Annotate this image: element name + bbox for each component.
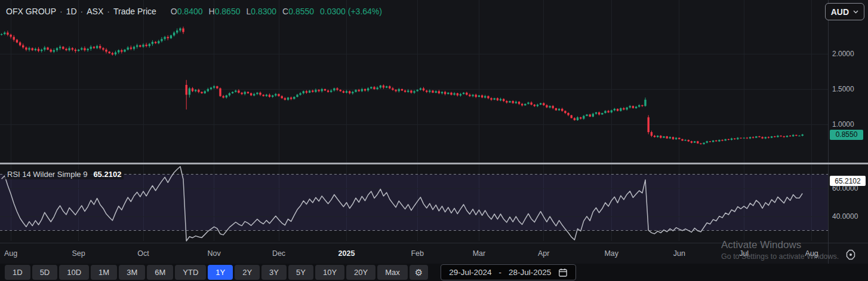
range-1d-button[interactable]: 1D — [5, 265, 30, 280]
high-value: 0.8650 — [215, 7, 241, 16]
time-axis-label: Apr — [531, 249, 557, 258]
exchange-label: ASX — [87, 7, 103, 16]
close-label: C — [282, 7, 288, 16]
indicator-title[interactable]: RSI 14 Wilder Simple 965.2102 — [5, 169, 124, 179]
range-10d-button[interactable]: 10D — [59, 265, 89, 280]
range-3m-button[interactable]: 3M — [119, 265, 145, 280]
price-axis-border — [828, 0, 829, 264]
range-10y-button[interactable]: 10Y — [315, 265, 344, 280]
time-axis-label: 2025 — [334, 249, 360, 258]
range-20y-button[interactable]: 20Y — [346, 265, 375, 280]
symbol-title[interactable]: OFX GROUP — [6, 7, 56, 16]
series-type-label: Trade Price — [113, 7, 156, 16]
calendar-icon — [558, 268, 568, 277]
range-3y-button[interactable]: 3Y — [261, 265, 287, 280]
down-candle-bodies — [7, 29, 797, 145]
axis-settings-icon[interactable] — [844, 248, 857, 261]
time-axis-label: Mar — [466, 249, 492, 258]
indicator-name: RSI 14 Wilder Simple 9 — [7, 170, 87, 179]
range-1y-button[interactable]: 1Y — [208, 265, 233, 280]
trading-chart-app: OFX GROUP·1D·ASX·Trade PriceO0.8400H0.86… — [0, 0, 868, 281]
rsi-value-badge: 65.2102 — [830, 176, 866, 186]
date-separator: - — [499, 268, 502, 277]
time-axis-label: Sep — [66, 249, 92, 258]
range-1m-button[interactable]: 1M — [91, 265, 117, 280]
timeframe-toolbar: 1D5D10D1M3M6MYTD1Y2Y3Y5Y10Y20YMax ⚙ 29-J… — [0, 264, 868, 281]
currency-dropdown[interactable]: AUD — [825, 3, 864, 20]
price-tick-label: 1.5000 — [832, 85, 854, 93]
date-range-picker[interactable]: 29-Jul-2024 - 28-Jul-2025 — [441, 264, 576, 280]
rsi-band — [0, 175, 828, 231]
range-2y-button[interactable]: 2Y — [235, 265, 260, 280]
time-axis-label: Jun — [666, 249, 692, 258]
time-axis-label: Aug — [0, 249, 24, 258]
separator: · — [56, 7, 66, 16]
price-tick-label: 1.0000 — [832, 120, 854, 129]
time-axis-label: Jul — [731, 249, 757, 258]
open-value: 0.8400 — [177, 7, 203, 16]
range-6m-button[interactable]: 6M — [147, 265, 173, 280]
separator: · — [103, 7, 113, 16]
chart-canvas[interactable] — [0, 0, 828, 243]
currency-label: AUD — [831, 7, 849, 17]
separator: · — [77, 7, 87, 16]
chart-settings-button[interactable]: ⚙ — [410, 265, 428, 280]
chevron-down-icon — [853, 10, 858, 14]
range-buttons: 1D5D10D1M3M6MYTD1Y2Y3Y5Y10Y20YMax — [5, 265, 410, 280]
down-candle-wicks — [8, 27, 796, 145]
last-price-badge: 0.8550 — [830, 130, 863, 140]
time-axis-label: Nov — [201, 249, 227, 258]
gear-icon: ⚙ — [415, 267, 423, 277]
chart-legend: OFX GROUP·1D·ASX·Trade PriceO0.8400H0.86… — [6, 7, 382, 16]
price-tick-label: 2.0000 — [832, 50, 854, 58]
indicator-value: 65.2102 — [93, 170, 121, 179]
time-axis-label: May — [598, 249, 624, 258]
rsi-tick-label: 40.0000 — [832, 212, 858, 221]
range-max-button[interactable]: Max — [377, 265, 408, 280]
time-axis-label: Feb — [404, 249, 430, 258]
date-to: 28-Jul-2025 — [509, 268, 551, 277]
range-5d-button[interactable]: 5D — [32, 265, 58, 280]
close-value: 0.8550 — [288, 7, 314, 16]
time-axis-label: Oct — [130, 249, 156, 258]
range-ytd-button[interactable]: YTD — [175, 265, 206, 280]
change-value: 0.0300 (+3.64%) — [320, 7, 382, 16]
time-axis[interactable]: AugSepOctNovDec2025FebMarAprMayJunJulAug — [0, 243, 868, 264]
open-label: O — [171, 7, 177, 16]
date-from: 29-Jul-2024 — [449, 268, 491, 277]
pane-separator-handle[interactable] — [0, 163, 868, 164]
range-5y-button[interactable]: 5Y — [288, 265, 313, 280]
ohlc-readout: O0.8400H0.8650L0.8300C0.85500.0300 (+3.6… — [165, 7, 382, 16]
up-candle-wicks — [2, 28, 803, 145]
interval-label[interactable]: 1D — [66, 7, 77, 16]
time-axis-label: Dec — [266, 249, 292, 258]
time-axis-label: Aug — [799, 249, 825, 258]
high-label: H — [209, 7, 215, 16]
low-value: 0.8300 — [251, 7, 276, 16]
up-candle-bodies — [1, 29, 804, 145]
